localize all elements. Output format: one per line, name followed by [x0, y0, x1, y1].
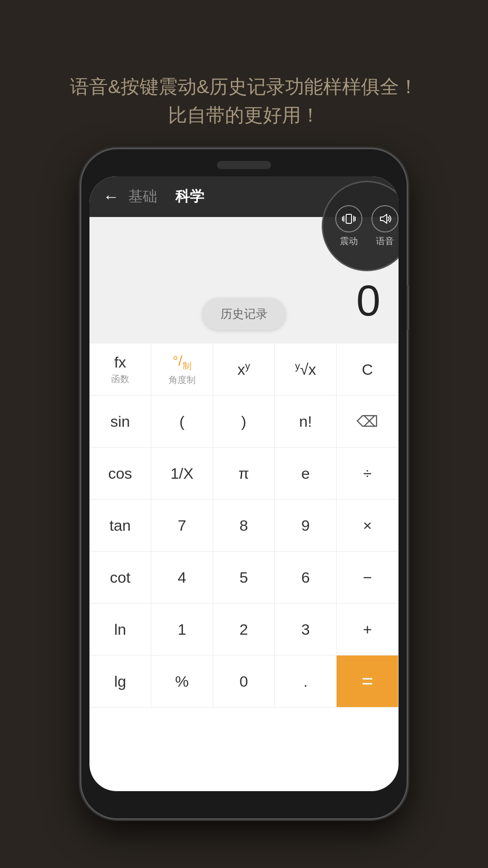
key-fx-0[interactable]: fx函数	[89, 344, 151, 396]
app-header: ← 基础 科学	[89, 176, 399, 217]
key-7-16[interactable]: 7	[151, 500, 213, 552]
key-e-13[interactable]: e	[275, 448, 337, 500]
key-5-22[interactable]: 5	[213, 552, 275, 604]
key--31[interactable]: %	[151, 656, 213, 708]
key--6[interactable]: (	[151, 396, 213, 448]
key--29[interactable]: +	[337, 604, 399, 656]
key-x-3[interactable]: y√x	[275, 344, 337, 396]
key-cos-10[interactable]: cos	[89, 448, 151, 500]
header-tabs: 基础 科学	[128, 187, 204, 207]
phone-frame: ← 基础 科学	[81, 149, 407, 818]
key-x-2[interactable]: xy	[213, 344, 275, 396]
key-2-27[interactable]: 2	[213, 604, 275, 656]
key-1-26[interactable]: 1	[151, 604, 213, 656]
phone-mockup: ← 基础 科学	[81, 149, 407, 818]
key-9-18[interactable]: 9	[275, 500, 337, 552]
display-value: 0	[357, 276, 380, 326]
key-0-32[interactable]: 0	[213, 656, 275, 708]
tab-science[interactable]: 科学	[175, 187, 204, 207]
promo-line1: 语音&按键震动&历史记录功能样样俱全！	[36, 72, 452, 101]
key-ln-25[interactable]: ln	[89, 604, 151, 656]
key-3-28[interactable]: 3	[275, 604, 337, 656]
key-1X-11[interactable]: 1/X	[151, 448, 213, 500]
key--33[interactable]: .	[275, 656, 337, 708]
back-button[interactable]: ←	[103, 187, 119, 206]
key-n-8[interactable]: n!	[275, 396, 337, 448]
voice-icon	[371, 205, 399, 232]
key--14[interactable]: ÷	[337, 448, 399, 500]
key--24[interactable]: −	[337, 552, 399, 604]
key-tan-15[interactable]: tan	[89, 500, 151, 552]
svg-marker-5	[380, 214, 387, 223]
history-button[interactable]: 历史记录	[202, 298, 286, 330]
key-6-23[interactable]: 6	[275, 552, 337, 604]
key--19[interactable]: ×	[337, 500, 399, 552]
key--7[interactable]: )	[213, 396, 275, 448]
key-sin-5[interactable]: sin	[89, 396, 151, 448]
vibrate-icon	[335, 205, 362, 232]
voice-label: 语音	[376, 235, 394, 247]
phone-side-button	[407, 285, 409, 330]
key-cot-20[interactable]: cot	[89, 552, 151, 604]
keys-grid: fx函数°/制角度制xyy√xCsin()n!⌫cos1/Xπe÷tan789×…	[89, 344, 399, 708]
vibrate-label: 震动	[340, 235, 358, 247]
svg-rect-0	[346, 214, 352, 223]
key--34[interactable]: =	[337, 656, 399, 708]
key-C-4[interactable]: C	[337, 344, 399, 396]
phone-speaker	[217, 161, 271, 169]
key-lg-30[interactable]: lg	[89, 656, 151, 708]
vibrate-button[interactable]: 震动	[335, 205, 362, 247]
promo-line2: 比自带的更好用！	[36, 101, 452, 129]
phone-screen: ← 基础 科学	[89, 176, 399, 791]
key-4-21[interactable]: 4	[151, 552, 213, 604]
calc-keyboard: fx-1反函数 sin-1 cos-1 tan-1 cot-1	[89, 344, 399, 708]
key--12[interactable]: π	[213, 448, 275, 500]
key--9[interactable]: ⌫	[337, 396, 399, 448]
key--1[interactable]: °/制角度制	[151, 344, 213, 396]
promo-section: 语音&按键震动&历史记录功能样样俱全！ 比自带的更好用！	[0, 0, 488, 156]
voice-button[interactable]: 语音	[371, 205, 399, 247]
tab-basic[interactable]: 基础	[128, 187, 157, 207]
key-8-17[interactable]: 8	[213, 500, 275, 552]
